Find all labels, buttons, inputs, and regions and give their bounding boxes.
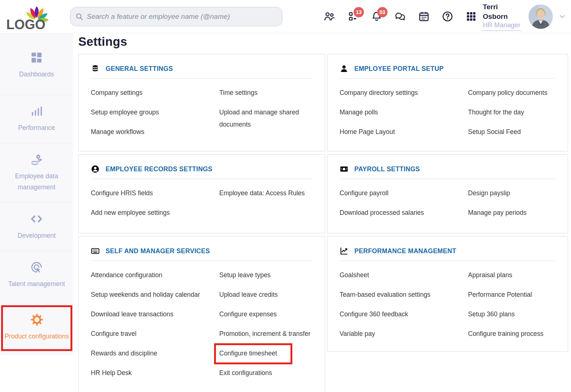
settings-link-thought-for-the-day[interactable]: Thought for the day [468,106,524,118]
settings-link-configure-travel[interactable]: Configure travel [91,328,137,340]
app: LOGO 1303 Terri Osborn HR Manager [0,0,571,392]
dashboard-icon [30,51,43,64]
settings-link-team-based-evaluation-settings[interactable]: Team-based evaluation settings [340,289,430,301]
sidebar-item-development[interactable]: Development [0,202,73,251]
search-icon [75,12,84,21]
calendar-icon[interactable] [418,11,430,22]
settings-link-design-payslip[interactable]: Design payslip [468,187,510,199]
sidebar-item-product-configurations[interactable]: Product configurations [1,305,72,351]
settings-link-add-new-employee-settings[interactable]: Add new employee settings [91,207,170,219]
card-column-right: Company policy documentsThought for the … [468,87,555,145]
settings-link-company-settings[interactable]: Company settings [91,87,142,99]
card-title: EMPLOYEE RECORDS SETTINGS [106,165,212,173]
gear-icon [30,313,44,326]
settings-link-company-directory-settings[interactable]: Company directory settings [340,87,418,99]
card-header: EMPLOYEE PORTAL SETUP [340,54,555,73]
settings-link-download-leave-transactions[interactable]: Download leave transactions [91,308,173,320]
card-column-left: GoalsheetTeam-based evaluation settingsC… [340,269,468,347]
search-input[interactable] [70,7,282,26]
settings-link-setup-employee-groups[interactable]: Setup employee groups [91,106,159,118]
settings-link-configure-360-feedback[interactable]: Configure 360 feedback [340,308,408,320]
card-column-right: Time settingsUpload and manage shared do… [219,87,313,145]
user-name: Terri Osborn [483,2,523,21]
settings-link-manage-polls[interactable]: Manage polls [340,106,378,118]
card-column-right: Appraisal plansPerformance PotentialSetu… [468,269,555,347]
settings-link-promotion-increment-transfer[interactable]: Promotion, increment & transfer [219,328,310,340]
logo-leaves-icon: LOGO [6,0,61,33]
sidebar-item-label: Dashboards [19,71,54,78]
settings-link-configure-timesheet[interactable]: Configure timesheet [214,343,292,364]
settings-link-goalsheet[interactable]: Goalsheet [340,269,369,281]
app-logo[interactable]: LOGO [0,0,66,33]
sidebar: DashboardsPerformanceEmployee data manag… [0,33,73,355]
card-title: GENERAL SETTINGS [106,65,173,73]
people-icon[interactable] [324,11,335,22]
settings-link-rewards-and-discipline[interactable]: Rewards and discipline [91,347,157,360]
settings-link-setup-social-feed[interactable]: Setup Social Feed [468,126,521,138]
settings-link-time-settings[interactable]: Time settings [219,87,257,99]
settings-link-performance-potential[interactable]: Performance Potential [468,289,532,301]
talent-icon [30,261,43,274]
apps-grid-icon[interactable] [465,11,477,22]
settings-link-configure-payroll[interactable]: Configure payroll [340,187,388,199]
person-circle-icon [91,165,100,173]
settings-link-manage-pay-periods[interactable]: Manage pay periods [468,207,527,219]
chat-icon[interactable] [395,11,406,22]
settings-link-setup-360-plans[interactable]: Setup 360 plans [468,308,515,320]
card-header: PERFORMANCE MANAGEMENT [340,237,555,255]
chevron-down-icon[interactable] [559,13,566,20]
sidebar-item-talent-management[interactable]: Talent management [0,251,73,299]
user-menu[interactable]: Terri Osborn HR Manager [483,2,571,31]
database-icon [91,64,100,73]
settings-link-download-processed-salaries[interactable]: Download processed salaries [340,207,424,219]
settings-link-upload-and-manage-shared-documents[interactable]: Upload and manage shared documents [219,106,313,131]
settings-link-configure-expenses[interactable]: Configure expenses [219,308,277,320]
settings-link-upload-leave-credits[interactable]: Upload leave credits [219,289,278,301]
card-header: GENERAL SETTINGS [91,54,313,73]
development-icon [30,212,43,226]
card-title: SELF AND MANAGER SERVICES [106,247,210,255]
topbar-icons: 1303 [324,11,477,22]
settings-link-appraisal-plans[interactable]: Appraisal plans [468,269,512,281]
page-title: Settings [78,34,571,49]
card-column-left: Configure payrollDownload processed sala… [340,187,468,226]
settings-link-configure-training-process[interactable]: Configure training process [468,328,543,340]
settings-link-setup-weekends-and-holiday-calendar[interactable]: Setup weekends and holiday calendar [91,289,200,301]
sidebar-item-dashboards[interactable]: Dashboards [0,33,73,94]
settings-link-company-policy-documents[interactable]: Company policy documents [468,87,547,99]
settings-link-employee-data-access-rules[interactable]: Employee data: Access Rules [219,187,305,199]
settings-link-attendance-configuration[interactable]: Attendance configuration [91,269,162,281]
bell-icon[interactable]: 03 [371,11,382,22]
card-header: SELF AND MANAGER SERVICES [91,237,313,255]
settings-link-setup-leave-types[interactable]: Setup leave types [219,269,271,281]
settings-link-configure-hris-fields[interactable]: Configure HRIS fields [91,187,153,199]
settings-link-home-page-layout[interactable]: Home Page Layout [340,126,395,138]
performance-icon [30,104,43,118]
sidebar-item-employee-data-management[interactable]: Employee data management [0,143,73,202]
notification-badge: 03 [377,7,388,17]
person-icon [340,64,348,73]
settings-link-variable-pay[interactable]: Variable pay [340,328,375,340]
settings-link-exit-configurations[interactable]: Exit configurations [219,367,272,379]
sidebar-item-label: Employee data management [15,172,58,191]
card-column-right: Employee data: Access Rules [219,187,313,226]
sidebar-item-performance[interactable]: Performance [0,94,73,143]
logo-text: LOGO [6,17,45,31]
avatar[interactable] [529,4,553,29]
user-role[interactable]: HR Manager [483,21,520,31]
card-general-settings: GENERAL SETTINGSCompany settingsSetup em… [78,54,325,151]
tasks-icon[interactable]: 13 [347,11,359,22]
card-employee-records-settings: EMPLOYEE RECORDS SETTINGSConfigure HRIS … [78,154,325,233]
settings-cards: GENERAL SETTINGSCompany settingsSetup em… [78,54,571,392]
settings-link-manage-workflows[interactable]: Manage workflows [91,126,144,138]
card-header: EMPLOYEE RECORDS SETTINGS [91,155,313,173]
help-icon[interactable] [442,11,453,22]
settings-link-hr-help-desk[interactable]: HR Help Desk [91,367,132,379]
card-header: PAYROLL SETTINGS [340,155,555,173]
sidebar-item-label: Performance [18,124,55,131]
card-column-right: Setup leave typesUpload leave creditsCon… [219,269,313,386]
card-column-left: Configure HRIS fieldsAdd new employee se… [91,187,219,226]
notification-badge: 13 [354,7,364,17]
topbar: LOGO 1303 Terri Osborn HR Manager [0,0,571,33]
sidebar-item-label: Development [17,232,55,239]
